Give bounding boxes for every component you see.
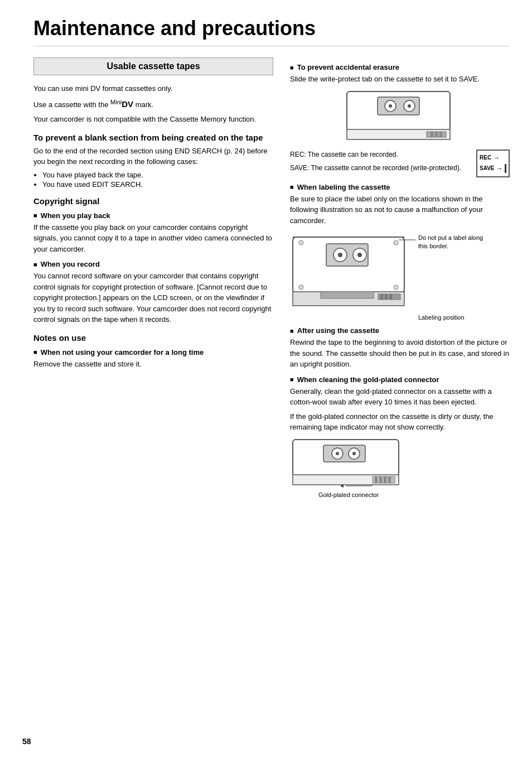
prevent-blank-heading: To prevent a blank section from being cr… [33,133,273,142]
svg-rect-9 [435,132,438,137]
cassette-label-diagram: Do not put a label along this border. La… [290,232,491,321]
prevent-accidental-heading: To prevent accidental erasure [290,63,510,71]
left-column: Usable cassette tapes You can use mini D… [33,57,273,498]
svg-rect-8 [431,132,433,137]
prevent-blank-list: You have played back the tape. You have … [42,171,273,189]
rec-text: REC: The cassette can be recorded. [290,150,471,160]
svg-point-33 [336,452,339,455]
svg-rect-40 [384,476,386,483]
svg-point-3 [389,104,392,108]
page-number: 58 [22,737,31,746]
usable-tapes-box: Usable cassette tapes [33,57,273,75]
when-not-using-p1: Remove the cassette and store it. [33,359,273,370]
usable-tapes-p3: Your camcorder is not compatible with th… [33,114,273,125]
gold-connector-svg [290,438,407,489]
prevent-blank-p1: Go to the end of the recorded section us… [33,146,273,167]
prevent-blank-item2: You have used EDIT SEARCH. [42,180,273,189]
svg-rect-41 [388,476,391,483]
when-cleaning-p1: Generally, clean the gold-plated connect… [290,386,510,408]
when-cleaning-heading: When cleaning the gold-plated connector [290,375,510,384]
notes-on-use-heading: Notes on use [33,333,273,343]
after-using-heading: After using the cassette [290,326,510,335]
svg-point-22 [394,285,398,290]
usable-tapes-p1: You can use mini DV format cassettes onl… [33,83,273,94]
labeling-position-note: Labeling position [418,314,491,321]
after-using-p1: Rewind the tape to the beginning to avoi… [290,337,510,370]
gold-connector-section: Gold-plated connector [290,438,429,498]
svg-point-15 [338,253,342,257]
cassette-diagram-top [344,90,456,146]
usable-tapes-p2: Use a cassette with the MiniDV mark. [33,98,273,111]
right-column: To prevent accidental erasure Slide the … [290,57,510,498]
mark-label: mark. [136,100,154,109]
svg-point-20 [394,240,398,245]
label-arrow-top [399,232,488,248]
when-play-back-p1: If the cassette you play back on your ca… [33,222,273,255]
when-play-back-heading: When you play back [33,211,273,220]
mini-label: Mini [110,99,122,105]
rec-save-text: REC: The cassette can be recorded. SAVE:… [290,150,471,176]
svg-rect-10 [439,132,442,137]
svg-rect-27 [389,294,392,300]
when-not-using-heading: When not using your camcorder for a long… [33,348,273,356]
when-record-p1: You cannot record software on your camco… [33,271,273,325]
when-cleaning-p2: If the gold-plated connector on the cass… [290,411,510,433]
when-record-heading: When you record [33,260,273,268]
page-title: Maintenance and precautions [33,17,510,46]
rec-save-box: REC → SAVE → [476,150,510,177]
save-label: SAVE [480,165,495,171]
svg-point-21 [299,285,303,290]
rec-save-section: REC: The cassette can be recorded. SAVE:… [290,150,510,177]
svg-rect-25 [380,294,383,300]
svg-point-35 [352,452,356,455]
when-labeling-heading: When labeling the cassette [290,183,510,191]
prevent-blank-item1: You have played back the tape. [42,171,273,179]
svg-rect-39 [379,476,382,483]
cassette-label-svg [290,232,413,315]
svg-rect-26 [385,294,388,300]
save-text: SAVE: The cassette cannot be recorded (w… [290,163,471,173]
rec-label: REC [480,155,491,161]
when-labeling-p1: Be sure to place the label only on the l… [290,194,510,226]
gold-plated-label: Gold-plated connector [290,491,407,498]
svg-rect-38 [375,476,378,483]
svg-point-17 [357,253,362,257]
svg-point-19 [299,240,303,245]
svg-rect-23 [321,292,374,298]
prevent-accidental-p1: Slide the write-protect tab on the casse… [290,74,510,85]
svg-point-5 [408,104,411,108]
dv-label: DV [122,99,133,109]
copyright-heading: Copyright signal [33,196,273,206]
usable-tapes-heading: Usable cassette tapes [41,61,266,71]
